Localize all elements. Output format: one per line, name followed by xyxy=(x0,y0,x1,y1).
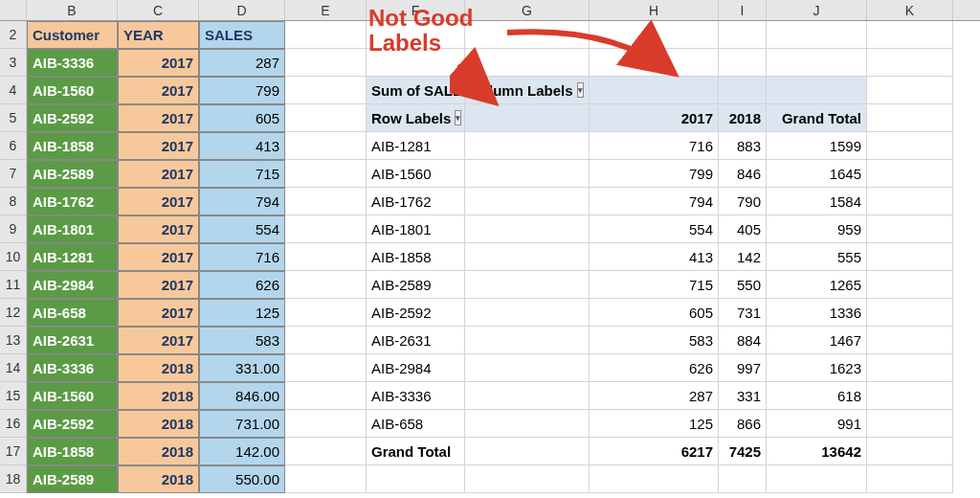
cell[interactable] xyxy=(590,49,719,77)
cell[interactable] xyxy=(867,160,953,188)
cell[interactable]: 413 xyxy=(199,132,285,160)
cell[interactable]: AIB-1762 xyxy=(27,188,118,215)
cell[interactable]: 2017 xyxy=(118,299,199,327)
cell[interactable]: AIB-2592 xyxy=(27,410,118,438)
cell[interactable]: 1599 xyxy=(767,132,867,160)
cell[interactable]: Row Labels▾ xyxy=(367,104,465,132)
cell[interactable]: AIB-2589 xyxy=(27,160,118,188)
cell[interactable]: 2017 xyxy=(118,160,199,188)
cell[interactable]: AIB-3336 xyxy=(27,354,118,382)
cell[interactable]: AIB-2592 xyxy=(367,299,465,327)
row-header-12[interactable]: 12 xyxy=(0,299,27,327)
cell[interactable] xyxy=(465,160,590,188)
cell[interactable]: 2018 xyxy=(118,382,199,410)
cell[interactable] xyxy=(465,354,590,382)
row-header-13[interactable]: 13 xyxy=(0,327,27,354)
cell[interactable]: AIB-658 xyxy=(367,410,465,438)
row-header-4[interactable]: 4 xyxy=(0,77,27,104)
cell[interactable]: 959 xyxy=(767,215,867,243)
cell[interactable] xyxy=(465,438,590,465)
cell[interactable]: 794 xyxy=(199,188,285,215)
cell[interactable]: 2018 xyxy=(118,438,199,465)
cell[interactable] xyxy=(867,77,953,104)
cell[interactable] xyxy=(767,77,867,104)
cell[interactable]: 715 xyxy=(590,271,719,299)
cell[interactable]: 626 xyxy=(199,271,285,299)
row-header-9[interactable]: 9 xyxy=(0,215,27,243)
cell[interactable]: 142.00 xyxy=(199,438,285,465)
row-header-14[interactable]: 14 xyxy=(0,354,27,382)
cell[interactable]: AIB-1281 xyxy=(367,132,465,160)
cell[interactable]: 866 xyxy=(719,410,767,438)
cell[interactable]: AIB-1762 xyxy=(367,188,465,215)
cell[interactable]: AIB-1281 xyxy=(27,243,118,271)
cell[interactable]: 997 xyxy=(719,354,767,382)
cell[interactable]: 794 xyxy=(590,188,719,215)
col-header-H[interactable]: H xyxy=(590,0,719,20)
pivot-row-dropdown[interactable]: ▾ xyxy=(455,110,461,125)
col-header-C[interactable]: C xyxy=(118,0,199,20)
cell[interactable] xyxy=(465,49,590,77)
cell[interactable]: AIB-1801 xyxy=(27,215,118,243)
cell[interactable] xyxy=(867,382,953,410)
cell[interactable] xyxy=(285,77,367,104)
cell[interactable]: 883 xyxy=(719,132,767,160)
cell[interactable]: 2017 xyxy=(118,271,199,299)
cell[interactable]: 2017 xyxy=(118,188,199,215)
cell[interactable] xyxy=(590,77,719,104)
cell[interactable]: AIB-2631 xyxy=(367,327,465,354)
cell-grid[interactable]: CustomerYEARSALESAIB-33362017287AIB-1560… xyxy=(27,21,953,493)
cell[interactable]: 884 xyxy=(719,327,767,354)
cell[interactable]: 413 xyxy=(590,243,719,271)
cell[interactable]: 605 xyxy=(590,299,719,327)
row-header-7[interactable]: 7 xyxy=(0,160,27,188)
cell[interactable]: Grand Total xyxy=(367,438,465,465)
row-header-5[interactable]: 5 xyxy=(0,104,27,132)
cell[interactable] xyxy=(867,327,953,354)
col-header-K[interactable]: K xyxy=(867,0,953,20)
cell[interactable] xyxy=(867,410,953,438)
cell[interactable] xyxy=(285,438,367,465)
cell[interactable]: 2018 xyxy=(719,104,767,132)
cell[interactable]: AIB-2984 xyxy=(27,271,118,299)
cell[interactable]: 1645 xyxy=(767,160,867,188)
cell[interactable] xyxy=(867,104,953,132)
col-header-I[interactable]: I xyxy=(719,0,767,20)
cell[interactable]: 715 xyxy=(199,160,285,188)
cell[interactable] xyxy=(285,243,367,271)
cell[interactable]: 550.00 xyxy=(199,465,285,493)
cell[interactable]: AIB-2589 xyxy=(27,465,118,493)
cell[interactable] xyxy=(465,188,590,215)
cell[interactable] xyxy=(465,215,590,243)
cell[interactable] xyxy=(867,215,953,243)
cell[interactable]: 716 xyxy=(590,132,719,160)
cell[interactable]: AIB-2984 xyxy=(367,354,465,382)
cell[interactable]: 2018 xyxy=(118,354,199,382)
cell[interactable]: AIB-2631 xyxy=(27,327,118,354)
cell[interactable] xyxy=(285,132,367,160)
cell[interactable]: 6217 xyxy=(590,438,719,465)
cell[interactable]: AIB-1560 xyxy=(27,77,118,104)
row-header-8[interactable]: 8 xyxy=(0,188,27,215)
cell[interactable]: 13642 xyxy=(767,438,867,465)
row-header-10[interactable]: 10 xyxy=(0,243,27,271)
cell[interactable]: AIB-658 xyxy=(27,299,118,327)
cell[interactable]: 1467 xyxy=(767,327,867,354)
cell[interactable]: 1623 xyxy=(767,354,867,382)
cell[interactable]: 846.00 xyxy=(199,382,285,410)
row-header-11[interactable]: 11 xyxy=(0,271,27,299)
cell[interactable] xyxy=(719,465,767,493)
cell[interactable] xyxy=(465,465,590,493)
cell[interactable]: 2017 xyxy=(118,132,199,160)
cell[interactable]: AIB-2592 xyxy=(27,104,118,132)
col-header-B[interactable]: B xyxy=(27,0,118,20)
col-header-E[interactable]: E xyxy=(285,0,367,20)
cell[interactable]: 799 xyxy=(590,160,719,188)
cell[interactable]: 2017 xyxy=(590,104,719,132)
cell[interactable]: AIB-1560 xyxy=(367,160,465,188)
cell[interactable]: 554 xyxy=(199,215,285,243)
cell[interactable] xyxy=(285,354,367,382)
cell[interactable] xyxy=(867,299,953,327)
cell[interactable]: AIB-1858 xyxy=(27,132,118,160)
row-header-17[interactable]: 17 xyxy=(0,438,27,465)
